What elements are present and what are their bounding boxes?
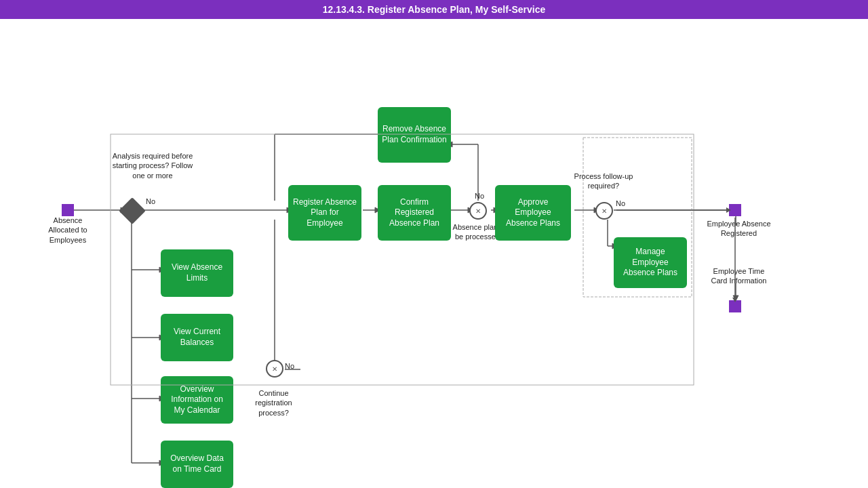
no-label-1: No xyxy=(146,197,155,206)
view-absence-limits-box[interactable]: View Absence Limits xyxy=(161,249,233,297)
overview-timecard-box[interactable]: Overview Data on Time Card xyxy=(161,441,233,488)
diagram-area: Absence Allocated to Employees Analysis … xyxy=(0,19,868,488)
register-absence-box[interactable]: Register Absence Plan for Employee xyxy=(288,185,361,241)
continue-gateway: ✕ xyxy=(266,360,283,378)
employee-timecard-label: Employee Time Card Information xyxy=(707,266,771,286)
header: 12.13.4.3. Register Absence Plan, My Sel… xyxy=(0,0,868,19)
approve-absence-box[interactable]: Approve Employee Absence Plans xyxy=(495,185,571,241)
end-node-1 xyxy=(729,204,741,216)
no-label-4: No xyxy=(285,361,294,371)
end-node-2 xyxy=(729,300,741,312)
no-label-2: No xyxy=(475,191,484,201)
no-label-3: No xyxy=(616,199,625,208)
absence-processed-gateway: ✕ xyxy=(469,202,487,220)
header-title: 12.13.4.3. Register Absence Plan, My Sel… xyxy=(323,4,546,15)
start-node xyxy=(62,204,74,216)
employee-absence-registered-label: Employee Absence Registered xyxy=(707,219,771,239)
analysis-label: Analysis required before starting proces… xyxy=(112,151,193,180)
view-current-balances-box[interactable]: View Current Balances xyxy=(161,314,233,361)
svg-marker-41 xyxy=(733,296,738,300)
confirm-absence-box[interactable]: Confirm Registered Absence Plan xyxy=(378,185,451,241)
start-gateway xyxy=(119,197,146,224)
continue-label: Continue registration process? xyxy=(241,388,306,418)
remove-absence-box[interactable]: Remove Absence Plan Confirmation xyxy=(378,107,451,163)
manage-absence-box[interactable]: Manage Employee Absence Plans xyxy=(614,237,687,288)
start-label: Absence Allocated to Employees xyxy=(41,216,95,245)
overview-calendar-box[interactable]: Overview Information on My Calendar xyxy=(161,376,233,424)
followup-gateway: ✕ xyxy=(595,202,613,220)
process-followup-label: Process follow-up required? xyxy=(573,171,634,191)
